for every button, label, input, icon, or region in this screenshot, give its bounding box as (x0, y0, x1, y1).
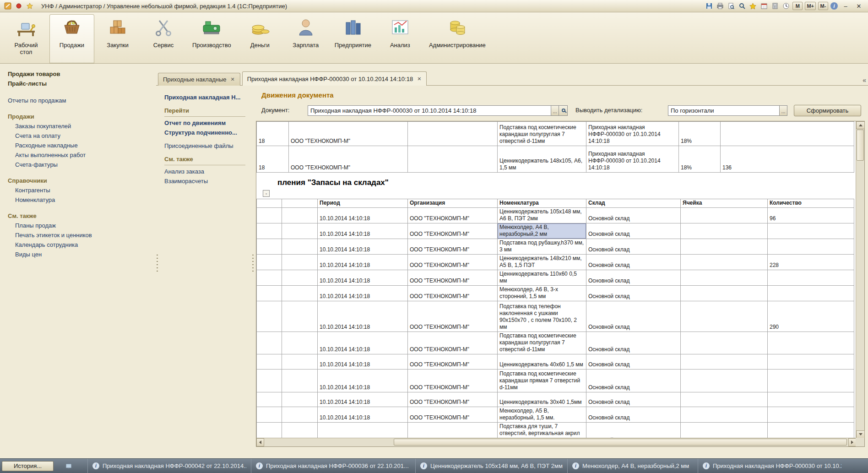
sidebar-item-tax-invoices[interactable]: Счета-фактуры (0, 160, 156, 169)
cell-qty[interactable] (768, 354, 854, 370)
cell-doc[interactable]: Приходная накладная НФФР-000030 от 10.10… (586, 122, 679, 146)
close-button[interactable]: ✕ (853, 2, 864, 11)
info-icon[interactable]: i (830, 2, 838, 10)
record-icon[interactable] (15, 2, 23, 10)
cell-cell[interactable] (681, 354, 768, 370)
cell-org[interactable]: ООО "ТЕХНОКОМП-М" (408, 392, 498, 407)
cell-period[interactable]: 10.10.2014 14:10:18 (318, 223, 408, 239)
cell-empty[interactable] (282, 270, 318, 286)
collapse-group-button[interactable]: - (263, 190, 270, 197)
cell-qty[interactable]: 290 (768, 301, 854, 332)
header-qty[interactable]: Количество (768, 199, 854, 208)
docnav-title-link[interactable]: Приходная накладная Н... (164, 92, 252, 102)
cell-empty[interactable] (257, 239, 282, 255)
scroll-left-button[interactable] (256, 438, 264, 446)
document-ref-input[interactable] (308, 105, 551, 116)
cell-nom[interactable]: Подставка под телефон наклоненная с ушка… (498, 301, 586, 332)
cell-cell[interactable] (681, 239, 768, 255)
taskbar-item-invoice-000030[interactable]: iПриходная накладная НФФР-000030 от 10.1… (698, 459, 846, 473)
cell-nom[interactable]: Ценникодержатель 148х105, А6, 1,5 мм (498, 146, 586, 173)
cell-vat[interactable]: 18% (679, 122, 721, 146)
cell-qty[interactable] (768, 286, 854, 301)
cell-nom[interactable]: Ценникодержатель 110х60 0,5 мм (498, 270, 586, 286)
cell-nom[interactable]: Ценникодержатель 105х148 мм, А6 В, ПЭТ 2… (498, 208, 586, 223)
document-open-button[interactable] (559, 105, 568, 116)
taskbar-item-menu-holder[interactable]: iМенюхолдер, А4 В, неразборный,2 мм (567, 459, 698, 473)
cell-col3[interactable] (408, 122, 498, 146)
cell-cell[interactable] (681, 223, 768, 239)
cell-nom[interactable]: Ценникодержатель 148х210 мм, А5 В, 1,5 П… (498, 255, 586, 270)
taskbar-item-price-tag-holder[interactable]: iЦенникодержатель 105х148 мм, А6 В, ПЭТ … (415, 459, 567, 473)
cell-period[interactable]: 10.10.2014 14:10:18 (318, 407, 408, 423)
docnav-item-subordination-structure[interactable]: Структура подчиненно... (164, 128, 252, 137)
cell-period[interactable]: 10.10.2014 14:10:18 (318, 270, 408, 286)
close-icon[interactable]: ✕ (230, 76, 235, 82)
cell-nom[interactable]: Ценникодержатель 40х60 1,5 мм (498, 354, 586, 370)
header-org[interactable]: Организация (408, 199, 498, 208)
detail-select-button[interactable]: ... (780, 105, 787, 116)
cell-col3[interactable] (408, 146, 498, 173)
cell-qty[interactable] (768, 332, 854, 354)
calendar-icon[interactable] (760, 2, 768, 10)
cell-org[interactable]: ООО "ТЕХНОКОМП-М" (289, 146, 408, 173)
document-select-button[interactable]: ... (551, 105, 559, 116)
cell-empty[interactable] (282, 239, 318, 255)
sidebar-item-work-acts[interactable]: Акты выполненных работ (0, 150, 156, 160)
cell-sklad[interactable]: Основной склад (586, 301, 681, 332)
search-icon[interactable] (738, 2, 746, 10)
docnav-item-movements-report[interactable]: Отчет по движениям (164, 118, 252, 128)
cell-period[interactable]: 10.10.2014 14:10:18 (318, 392, 408, 407)
section-sales[interactable]: Продажи (49, 14, 94, 63)
sidebar-item-label-printing[interactable]: Печать этикеток и ценников (0, 230, 156, 240)
cell-empty[interactable] (282, 407, 318, 423)
detail-input[interactable] (668, 105, 780, 116)
header-empty[interactable] (282, 199, 318, 208)
save-icon[interactable] (705, 2, 713, 10)
cell-cell[interactable] (681, 270, 768, 286)
cell-period[interactable]: 10.10.2014 14:10:18 (318, 208, 408, 223)
cell-sklad[interactable]: Основной склад (586, 208, 681, 223)
section-money[interactable]: Деньги (238, 14, 282, 63)
print-preview-icon[interactable] (727, 2, 735, 10)
cell-cell[interactable] (681, 286, 768, 301)
cell-org[interactable]: ООО "ТЕХНОКОМП-М" (408, 407, 498, 423)
section-service[interactable]: Сервис (141, 14, 186, 63)
vertical-scrollbar[interactable] (856, 121, 864, 438)
sidebar-item-sales-reports[interactable]: Отчеты по продажам (0, 96, 156, 105)
cell-sklad[interactable]: Основной склад (586, 239, 681, 255)
cell-org[interactable]: ООО "ТЕХНОКОМП-М" (289, 122, 408, 146)
memory-m-plus-button[interactable]: M+ (805, 2, 816, 10)
cell-org[interactable]: ООО "ТЕХНОКОМП-М" (408, 354, 498, 370)
cell-qty[interactable] (768, 270, 854, 286)
cell-org[interactable]: ООО "ТЕХНОКОМП-М" (408, 370, 498, 392)
memory-m-button[interactable]: M (792, 2, 803, 10)
cell-period[interactable]: 10.10.2014 14:10:18 (318, 239, 408, 255)
cell-sklad[interactable]: Основной склад (586, 286, 681, 301)
horizontal-scrollbar[interactable] (256, 438, 856, 446)
history-button[interactable]: История... (2, 461, 54, 471)
cell-period[interactable]: 10.10.2014 14:10:18 (318, 301, 408, 332)
cell-qty[interactable]: 96 (768, 208, 854, 223)
cell-sklad[interactable]: Основной склад (586, 407, 681, 423)
cell-qty[interactable] (768, 370, 854, 392)
cell-qty[interactable] (768, 239, 854, 255)
cell-sklad[interactable]: Основной склад (586, 255, 681, 270)
window-list-button[interactable] (64, 461, 74, 471)
cell-nom[interactable]: Менюхолдер, А5 В, неразборный, 1,5 мм. (498, 407, 586, 423)
taskbar-item-invoice-000042[interactable]: iПриходная накладная НФФР-000042 от 22.1… (87, 459, 251, 473)
cell-empty[interactable] (282, 208, 318, 223)
sidebar-item-sales-slips[interactable]: Расходные накладные (0, 141, 156, 150)
docnav-item-order-analysis[interactable]: Анализ заказа (164, 167, 252, 176)
cell-org[interactable]: ООО "ТЕХНОКОМП-М" (408, 239, 498, 255)
cell-org[interactable]: ООО "ТЕХНОКОМП-М" (408, 208, 498, 223)
cell-period[interactable]: 10.10.2014 14:10:18 (318, 370, 408, 392)
cell-nom[interactable]: Подставка под рубашку,h370 мм, 3 мм (498, 239, 586, 255)
cell-sklad[interactable]: Основной склад (586, 223, 681, 239)
cell-sklad[interactable]: Основной склад (586, 423, 681, 438)
cell-org[interactable]: ООО "ТЕХНОКОМП-М" (408, 301, 498, 332)
cell-qty[interactable]: 136 (721, 146, 854, 173)
cell-cell[interactable] (681, 370, 768, 392)
cell-empty[interactable] (282, 223, 318, 239)
cell-cell[interactable] (681, 301, 768, 332)
scroll-up-button[interactable] (856, 121, 865, 129)
